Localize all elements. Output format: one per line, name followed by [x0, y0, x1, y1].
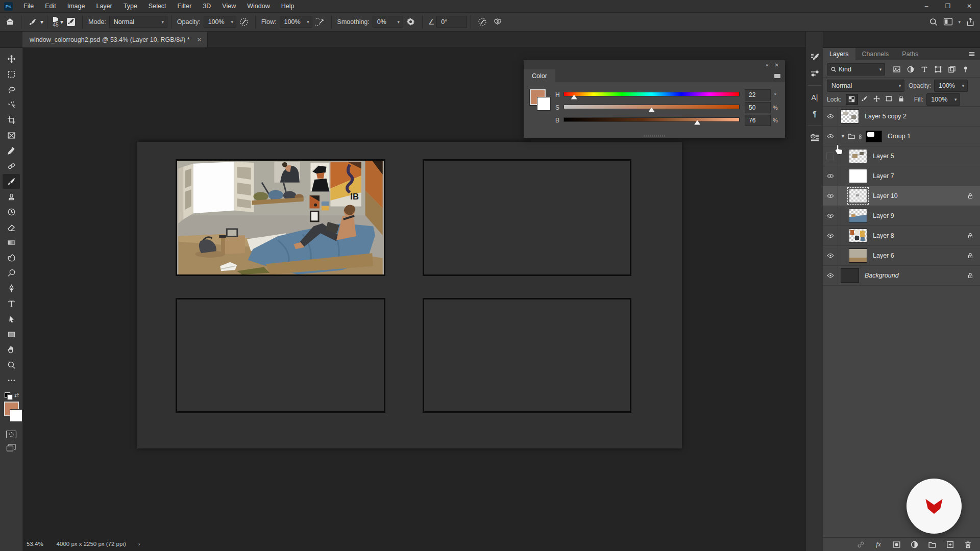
slider-track[interactable] — [564, 116, 740, 124]
layer-name[interactable]: Layer 6 — [873, 252, 894, 259]
layer-thumbnail[interactable] — [841, 109, 859, 123]
paragraph-panel-icon[interactable]: ¶ — [808, 107, 821, 120]
magic-wand-tool-icon[interactable] — [3, 97, 20, 112]
panel-collapse-icon[interactable]: « — [766, 62, 769, 68]
layer-row-background[interactable]: Background — [823, 266, 980, 286]
link-layers-icon[interactable] — [855, 539, 866, 549]
lock-transparency-icon[interactable] — [846, 94, 858, 105]
minimize-button[interactable]: – — [916, 0, 937, 12]
slider-value-input[interactable]: 50 — [745, 102, 771, 113]
libraries-panel-icon[interactable] — [808, 131, 821, 144]
layer-name[interactable]: Layer 5 — [873, 153, 894, 160]
layer-name[interactable]: Layer 9 — [873, 212, 894, 219]
color-background-swatch[interactable] — [537, 97, 551, 111]
layer-thumbnail[interactable] — [841, 268, 859, 283]
restore-button[interactable]: ❐ — [937, 0, 959, 12]
healing-tool-icon[interactable] — [3, 159, 20, 173]
lock-move-icon[interactable] — [871, 94, 883, 104]
close-button[interactable]: ✕ — [959, 0, 980, 12]
new-layer-icon[interactable] — [945, 539, 955, 549]
lock-artboard-icon[interactable] — [884, 94, 895, 104]
brushes-panel-icon[interactable] — [808, 67, 821, 80]
lock-paint-icon[interactable] — [859, 94, 870, 104]
status-chevron-icon[interactable]: › — [138, 541, 140, 547]
layer-name[interactable]: Background — [865, 272, 899, 279]
storyboard-frame-2-empty[interactable] — [423, 159, 631, 276]
new-group-icon[interactable] — [927, 539, 937, 549]
fill-dropdown[interactable]: 100% ▾ — [926, 93, 960, 106]
pressure-size-icon[interactable] — [476, 15, 489, 29]
history-brush-tool-icon[interactable] — [3, 205, 20, 219]
layer-row-group-1[interactable]: ▼Group 1 — [823, 127, 980, 146]
new-adjustment-icon[interactable] — [909, 539, 919, 549]
smart-object-filter-icon[interactable] — [946, 64, 958, 75]
workspace-switcher-icon[interactable] — [943, 17, 953, 26]
storyboard-frame-1-artwork[interactable]: IB — [176, 159, 385, 276]
layer-thumbnail[interactable] — [849, 209, 867, 223]
layer-row-layer-7[interactable]: Layer 7 — [823, 166, 980, 186]
flow-dropdown[interactable]: 100% ▾ — [280, 16, 312, 28]
angle-input[interactable]: 0° — [436, 16, 467, 28]
menu-file[interactable]: File — [18, 0, 39, 12]
menu-window[interactable]: Window — [241, 0, 275, 12]
add-mask-icon[interactable] — [891, 539, 901, 549]
menu-image[interactable]: Image — [62, 0, 91, 12]
layer-row-layer-5[interactable]: Layer 5 — [823, 146, 980, 166]
photoshop-logo[interactable]: Ps — [4, 2, 13, 11]
layer-name[interactable]: Group 1 — [888, 133, 911, 140]
eraser-tool-icon[interactable] — [3, 220, 20, 235]
paint-symmetry-icon[interactable] — [491, 15, 504, 29]
opacity-dropdown[interactable]: 100% ▾ — [204, 16, 236, 28]
brush-settings-panel-icon[interactable] — [808, 51, 821, 64]
background-color-swatch[interactable] — [10, 409, 22, 422]
menu-layer[interactable]: Layer — [90, 0, 117, 12]
group-mask-thumbnail[interactable] — [866, 131, 882, 142]
menu-select[interactable]: Select — [143, 0, 172, 12]
lasso-tool-icon[interactable] — [3, 82, 20, 97]
layer-thumbnail[interactable] — [849, 149, 867, 163]
type-filter-icon[interactable] — [918, 64, 930, 75]
gradient-tool-icon[interactable] — [3, 235, 20, 250]
layers-panel-menu-icon[interactable] — [968, 51, 975, 58]
layer-thumbnail[interactable] — [849, 169, 867, 183]
filter-kind-dropdown[interactable]: Kind ▾ — [827, 63, 885, 76]
path-select-tool-icon[interactable] — [3, 312, 20, 327]
pixel-filter-icon[interactable] — [891, 64, 903, 75]
hand-tool-icon[interactable] — [3, 342, 20, 357]
shape-filter-icon[interactable] — [932, 64, 944, 75]
layer-row-layer-9[interactable]: Layer 9 — [823, 206, 980, 226]
slider-track[interactable] — [564, 91, 740, 99]
document-canvas[interactable]: IB — [137, 142, 682, 448]
blend-mode-dropdown[interactable]: Normal ▾ — [827, 80, 904, 92]
panel-resize-grip[interactable] — [644, 135, 665, 137]
layer-name[interactable]: Layer 8 — [873, 232, 894, 239]
layer-visibility-eye-icon[interactable] — [823, 266, 838, 285]
menu-view[interactable]: View — [216, 0, 241, 12]
pressure-opacity-icon[interactable] — [237, 15, 251, 29]
document-tab-close-icon[interactable]: ✕ — [197, 36, 202, 43]
tab-layers[interactable]: Layers — [823, 48, 855, 60]
frame-tool-icon[interactable] — [3, 128, 20, 143]
pin-filter-icon[interactable] — [960, 64, 972, 75]
lock-all-icon[interactable] — [896, 94, 907, 104]
layer-visibility-eye-icon[interactable] — [823, 246, 838, 265]
zoom-level-field[interactable]: 53.4% — [27, 541, 43, 547]
search-icon[interactable] — [929, 17, 938, 27]
clone-stamp-tool-icon[interactable] — [3, 189, 20, 204]
layer-visibility-eye-icon[interactable] — [823, 206, 838, 226]
rectangle-tool-icon[interactable] — [3, 327, 20, 342]
menu-edit[interactable]: Edit — [39, 0, 62, 12]
layer-name[interactable]: Layer 5 copy 2 — [865, 113, 906, 120]
layer-thumbnail[interactable] — [849, 248, 867, 263]
zoom-tool-icon[interactable] — [3, 358, 20, 372]
layer-visibility-eye-icon[interactable] — [823, 226, 838, 245]
type-tool-icon[interactable] — [3, 296, 20, 311]
menu-type[interactable]: Type — [118, 0, 143, 12]
airbrush-icon[interactable] — [313, 15, 327, 29]
toggle-brush-settings-icon[interactable] — [64, 15, 78, 29]
screen-mode-button[interactable] — [3, 443, 20, 452]
storyboard-frame-4-empty[interactable] — [423, 298, 631, 413]
menu-filter[interactable]: Filter — [172, 0, 198, 12]
tab-paths[interactable]: Paths — [895, 48, 925, 60]
layer-name[interactable]: Layer 7 — [873, 172, 894, 180]
